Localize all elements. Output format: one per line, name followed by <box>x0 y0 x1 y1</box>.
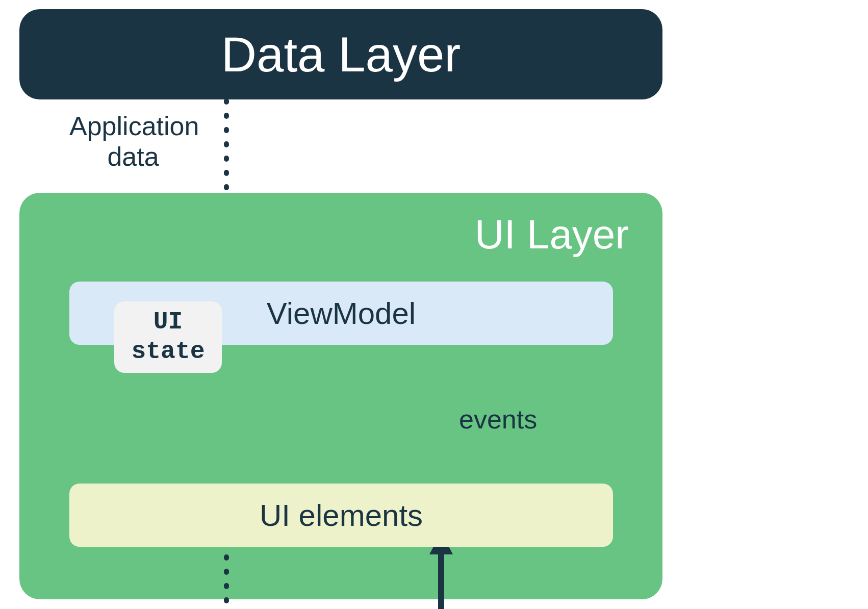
arrow-uistate-icon <box>214 557 239 609</box>
ui-layer-label: UI Layer <box>475 211 629 258</box>
data-layer-label: Data Layer <box>221 27 461 83</box>
ui-elements-label: UI elements <box>260 498 423 533</box>
ui-state-label: UI state <box>131 308 205 366</box>
ui-elements-box: UI elements <box>69 484 613 547</box>
application-data-label: Application data <box>69 111 197 172</box>
ui-layer-box: UI Layer ViewModel UI state events UI el… <box>19 193 662 599</box>
events-label: events <box>459 404 537 435</box>
viewmodel-label: ViewModel <box>267 296 416 331</box>
ui-state-line1: UI <box>154 308 183 336</box>
data-layer-box: Data Layer <box>19 9 662 99</box>
architecture-diagram: Data Layer Application data UI Layer Vie… <box>19 9 849 600</box>
ui-state-box: UI state <box>114 301 222 373</box>
ui-state-line2: state <box>131 338 205 365</box>
